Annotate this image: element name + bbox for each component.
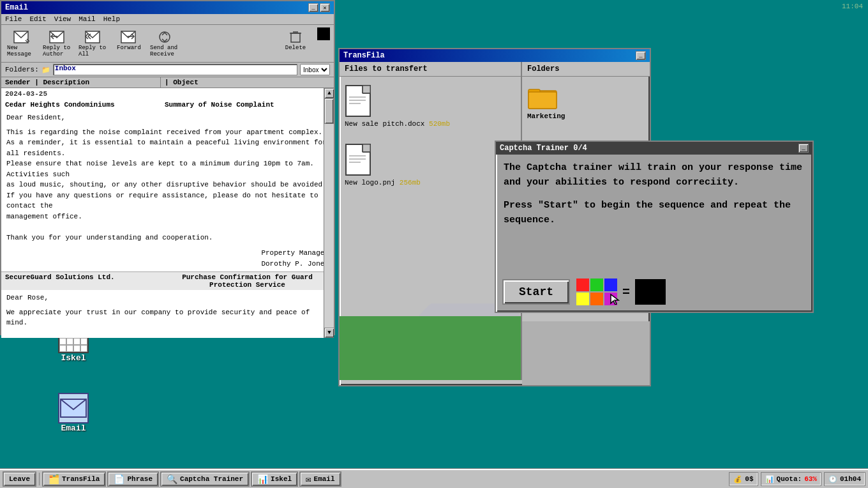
transfila-window-controls: _ [636,51,646,60]
reply-all-btn[interactable]: Reply to All [77,27,110,59]
file-name-1: New sale pitch.docx 520mb [345,120,450,128]
menu-view[interactable]: View [54,15,71,23]
svg-rect-10 [291,33,300,42]
captcha-window-controls: _ [798,144,809,153]
captcha-minimize-btn[interactable]: _ [798,144,809,153]
email-title: Email [5,3,28,12]
leave-label: Leave [9,475,30,483]
captcha-content: The Captcha trainer will train on your r… [496,155,812,234]
captcha-bottom: Start = [502,278,806,305]
iskel-taskbar-label: Iskel [271,475,292,483]
menu-mail[interactable]: Mail [79,15,95,23]
email-titlebar[interactable]: Email _ ✕ [1,1,334,14]
transfila-gray-section [522,321,650,385]
send-receive-btn[interactable]: Send and Receive [148,27,181,59]
file-item-1[interactable]: New sale pitch.docx 520mb [340,77,521,135]
quota-label: Quota: [777,475,802,483]
forward-label: Forward [117,45,141,51]
forward-btn[interactable]: Forward [112,27,146,59]
email-taskbar-icon: ✉️ [306,474,311,485]
email-window-controls: _ ✕ [308,3,330,12]
delete-icon [287,29,304,45]
captcha-taskbar-label: Captcha Trainer [180,475,243,483]
folder-item-marketing[interactable]: Marketing [522,77,650,128]
taskbar-transfila-btn[interactable]: 🗂️ TransFila [42,471,106,487]
file-icon-1 [345,84,375,118]
captcha-sequence: = [576,278,666,305]
phrase-taskbar-label: Phrase [127,475,153,483]
new-message-btn[interactable]: New Message [5,27,38,59]
email-menu-bar: File Edit View Mail Help [1,14,334,25]
send-receive-icon [156,29,174,45]
cursor-icon [610,293,620,308]
email-body-text-1: This is regarding the noise complaint re… [6,127,329,243]
email-body[interactable]: 2024-03-25 Cedar Heights Condominiums Su… [1,88,334,338]
transfila-titlebar[interactable]: TransFila _ [340,49,650,62]
email-salutation-1: Dear Resident, [6,112,329,123]
new-message-icon [13,29,31,45]
scroll-down-arrow[interactable]: ▼ [324,328,334,338]
file-item-2[interactable]: New logo.pnj 256mb [340,135,521,194]
transfila-minimize-btn[interactable]: _ [636,51,646,60]
email-close-btn[interactable]: ✕ [320,3,330,12]
col-object-header: | Object [161,77,334,88]
captcha-window: Captcha Trainer 0/4 _ The Captcha traine… [495,141,814,313]
taskbar: Leave 🗂️ TransFila 📄 Phrase 🔍 Captcha Tr… [0,469,868,488]
email-from-subject-2[interactable]: SecureGuard Solutions Ltd. Purchase Conf… [1,271,334,290]
email-taskbar-label: Email [314,475,335,483]
email-body-text-2: We appreciate your trust in our company … [6,307,329,339]
taskbar-captcha-btn[interactable]: 🔍 Captcha Trainer [160,471,250,487]
transfila-taskbar-icon: 🗂️ [49,474,59,485]
desktop-icon-email[interactable]: Email [48,393,99,433]
quota-value: 63% [804,475,817,483]
folder-dropdown[interactable]: Inbox [300,64,330,75]
email-scrollbar[interactable]: ▲ ▼ [324,88,334,338]
email-from-1: Cedar Heights Condominiums [5,101,165,109]
email-minimize-btn[interactable]: _ [308,3,318,12]
reply-author-btn[interactable]: Reply to Author [41,27,74,59]
email-from-subject-1[interactable]: Cedar Heights Condominiums Summary of No… [1,100,334,110]
email-signature-1: Property Manager Dorothy P. Jones [6,248,329,269]
clock-icon: 🕐 [828,475,837,484]
iskel-icon-label: Iskel [61,353,86,363]
iskel-taskbar-icon: 📊 [257,474,268,485]
delete-label: Delete [285,45,306,51]
email-list-header: Sender | Description | Object [1,77,334,88]
captcha-start-btn[interactable]: Start [502,279,570,305]
menu-help[interactable]: Help [103,15,120,23]
reply-all-label: Reply to All [79,45,108,57]
menu-file[interactable]: File [5,15,22,23]
inbox-input[interactable]: Inbox [53,64,297,75]
menu-edit[interactable]: Edit [29,15,46,23]
svg-marker-30 [611,294,618,305]
email-toolbar-indicator [317,27,330,40]
scroll-thumb[interactable] [324,98,334,124]
new-message-label: New Message [7,45,36,57]
captcha-instruction: Press "Start" to begin the sequence and … [504,199,805,227]
marketing-folder-name: Marketing [527,112,565,120]
email-window: Email _ ✕ File Edit View Mail Help New M… [0,0,335,335]
taskbar-leave-btn[interactable]: Leave [3,471,36,487]
captcha-color-grid-container[interactable] [576,278,617,305]
email-subject-1: Summary of Noise Complaint [165,101,330,109]
taskbar-email-btn[interactable]: ✉️ Email [299,471,341,487]
marketing-folder-icon [527,84,558,110]
scroll-up-arrow[interactable]: ▲ [324,88,334,98]
transfila-green-section [340,316,521,380]
taskbar-phrase-btn[interactable]: 📄 Phrase [107,471,159,487]
scroll-track[interactable] [324,98,334,328]
captcha-title: Captcha Trainer 0/4 [500,144,587,153]
clock-time: 01h04 [840,475,861,483]
reply-all-icon [84,29,102,45]
folders-label: Folders: [5,66,39,73]
captcha-titlebar[interactable]: Captcha Trainer 0/4 _ [496,142,812,155]
taskbar-money-status: 💰 0$ [729,472,758,486]
phrase-taskbar-icon: 📄 [114,474,124,485]
captcha-description: The Captcha trainer will train on your r… [504,161,805,190]
delete-btn[interactable]: Delete [279,27,312,59]
taskbar-iskel-btn[interactable]: 📊 Iskel [251,471,298,487]
email-toolbar: New Message Reply to Author [1,25,334,63]
svg-point-9 [160,32,170,42]
files-header: Files to transfert [340,62,521,77]
taskbar-sep-1 [39,473,40,485]
